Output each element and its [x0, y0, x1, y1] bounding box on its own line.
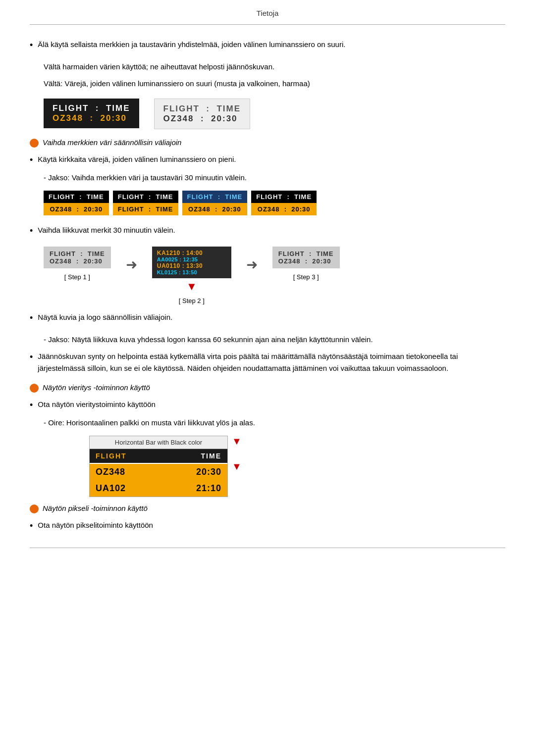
bullet-text-6: Ota näytön vieritystoiminto käyttöön [38, 399, 156, 410]
italic-line-2: Näytön vieritys -toiminnon käyttö [30, 383, 505, 393]
hbar-ua-col1: UA102 [90, 480, 159, 497]
bullet-dot-3: • [30, 224, 33, 238]
flight-box-light: FLIGHT : TIME OZ348 : 20:30 [154, 99, 251, 129]
hbar-ua-col2: 21:10 [159, 480, 227, 497]
mini-fbox-3-top: FLIGHT : TIME [182, 191, 248, 203]
steps-row: FLIGHT : TIME OZ348 : 20:30 [ Step 1 ] ➜… [44, 247, 505, 304]
bullet-item-3: • Vaihda liikkuvat merkit 30 minuutin vä… [30, 224, 505, 238]
hbar-col1-header: FLIGHT [90, 449, 159, 463]
bullet-dot-6: • [30, 399, 33, 412]
italic-line-3: Näytön pikseli -toiminnon käyttö [30, 504, 505, 513]
orange-icon-1 [30, 139, 39, 148]
mini-fbox-2-top: FLIGHT : TIME [113, 191, 178, 203]
italic-label-1: Vaihda merkkien väri säännöllisin väliaj… [43, 138, 181, 147]
italic-label-2: Näytön vieritys -toiminnon käyttö [43, 383, 150, 392]
bullet-dot-1: • [30, 39, 33, 52]
step2-row1: KA1210 : 14:00 [157, 250, 226, 256]
mini-fbox-3: FLIGHT : TIME OZ348 : 20:30 [182, 191, 248, 215]
bullet-text-7: Ota näytön pikselitoiminto käyttöön [38, 519, 153, 531]
mini-fbox-1: FLIGHT : TIME OZ348 : 20:30 [44, 191, 109, 215]
italic-line-1: Vaihda merkkien väri säännöllisin väliaj… [30, 138, 505, 148]
step-unit-1: FLIGHT : TIME OZ348 : 20:30 [ Step 1 ] [44, 247, 111, 281]
step3-row1: FLIGHT : TIME [278, 250, 334, 257]
mini-fbox-4-top: FLIGHT : TIME [251, 191, 317, 203]
indent-4a: - Jakso: Näytä liikkuva kuva yhdessä log… [44, 334, 505, 346]
hbar-header-row: FLIGHT TIME [90, 449, 227, 464]
scroll-arrow-up: ▼ [232, 436, 242, 447]
flight-box-light-row2: OZ348 : 20:30 [163, 114, 241, 124]
step-unit-2: KA1210 : 14:00 AA0025 : 12:35 UA0110 : 1… [152, 247, 231, 304]
bullet-item-6: • Ota näytön vieritystoiminto käyttöön [30, 399, 505, 412]
bullet-dot-7: • [30, 519, 33, 533]
page-header: Tietoja [30, 0, 505, 25]
flight-box-dark-row1: FLIGHT : TIME [53, 103, 130, 113]
step1-row2: OZ348 : 20:30 [50, 257, 105, 265]
indent-2a: - Jakso: Vaihda merkkien väri ja taustav… [44, 172, 505, 184]
step3-row2: OZ348 : 20:30 [278, 257, 334, 265]
step1-box: FLIGHT : TIME OZ348 : 20:30 [44, 247, 111, 268]
mini-fbox-4: FLIGHT : TIME OZ348 : 20:30 [251, 191, 317, 215]
flight-displays-row-1: FLIGHT : TIME OZ348 : 20:30 FLIGHT : TIM… [44, 99, 505, 129]
bullet-item-4: • Näytä kuvia ja logo säännöllisin välia… [30, 311, 505, 325]
indent-1b: Vältä: Värejä, joiden välinen luminanssi… [44, 78, 505, 90]
bullet-dot-4: • [30, 311, 33, 325]
mini-fbox-1-top: FLIGHT : TIME [44, 191, 109, 203]
bullet-text-2: Käytä kirkkaita värejä, joiden välinen l… [38, 153, 236, 165]
italic-label-3: Näytön pikseli -toiminnon käyttö [43, 504, 148, 512]
bullet-dot-5: • [30, 351, 33, 364]
hbar-title: Horizontal Bar with Black color [90, 436, 227, 449]
step1-label: [ Step 1 ] [64, 273, 90, 281]
bullet-dot-2: • [30, 153, 33, 167]
step-arrow-2: ➜ [246, 247, 258, 273]
step1-row1: FLIGHT : TIME [50, 250, 105, 257]
bullet-text-3: Vaihda liikkuvat merkit 30 minuutin väle… [38, 224, 175, 236]
footer-divider [30, 548, 505, 548]
step2-label: [ Step 2 ] [179, 297, 205, 304]
hbar-data-row-ua: UA102 21:10 [90, 480, 227, 497]
bullet-text-4: Näytä kuvia ja logo säännöllisin väliajo… [38, 311, 172, 323]
flight-box-dark: FLIGHT : TIME OZ348 : 20:30 [44, 99, 139, 128]
bullet-item-5: • Jäännöskuvan synty on helpointa estää … [30, 351, 505, 374]
step2-row3: UA0110 : 13:30 [157, 262, 226, 269]
step-arrow-1: ➜ [126, 247, 137, 273]
flight-box-dark-row2: OZ348 : 20:30 [53, 113, 130, 123]
indent-1a: Vältä harmaiden värien käyttöä; ne aiheu… [44, 61, 505, 73]
hbar-wrapper: Horizontal Bar with Black color FLIGHT T… [89, 436, 505, 497]
mini-fbox-3-bot: OZ348 : 20:30 [182, 203, 248, 215]
orange-icon-3 [30, 504, 39, 513]
scroll-arrows: ▼ ▼ [232, 436, 242, 472]
bullet-text-1: Älä käytä sellaista merkkien ja taustavä… [38, 39, 345, 50]
orange-icon-2 [30, 384, 39, 393]
scroll-arrow-down: ▼ [232, 461, 242, 472]
step2-box: KA1210 : 14:00 AA0025 : 12:35 UA0110 : 1… [152, 247, 231, 278]
mini-fbox-4-bot: OZ348 : 20:30 [251, 203, 317, 215]
bullet-item-1: • Älä käytä sellaista merkkien ja tausta… [30, 39, 505, 52]
header-title: Tietoja [257, 9, 278, 17]
step2-row2: AA0025 : 12:35 [157, 256, 226, 262]
bullet-item-2: • Käytä kirkkaita värejä, joiden välinen… [30, 153, 505, 167]
flight-box-light-row1: FLIGHT : TIME [163, 104, 241, 114]
step-unit-3: FLIGHT : TIME OZ348 : 20:30 [ Step 3 ] [272, 247, 340, 281]
step2-down-arrow: ▼ [186, 281, 197, 292]
hbar-box: Horizontal Bar with Black color FLIGHT T… [89, 436, 228, 497]
hbar-col2-header: TIME [159, 449, 227, 463]
mini-fbox-1-bot: OZ348 : 20:30 [44, 203, 109, 215]
bullet-item-7: • Ota näytön pikselitoiminto käyttöön [30, 519, 505, 533]
step2-row4: KL0125 : 13:50 [157, 269, 226, 275]
indent-6a: - Oire: Horisontaalinen palkki on musta … [44, 417, 505, 429]
bullet-text-5: Jäännöskuvan synty on helpointa estää ky… [38, 351, 505, 374]
four-flight-row: FLIGHT : TIME OZ348 : 20:30 FLIGHT : TIM… [44, 191, 505, 215]
hbar-oz-col1: OZ348 [90, 464, 159, 480]
hbar-data-row-oz: OZ348 20:30 [90, 464, 227, 480]
hbar-oz-col2: 20:30 [159, 464, 227, 480]
step3-box: FLIGHT : TIME OZ348 : 20:30 [272, 247, 340, 268]
mini-fbox-2-mid: FLIGHT : TIME [113, 203, 178, 215]
step3-label: [ Step 3 ] [293, 273, 319, 281]
mini-fbox-2: FLIGHT : TIME FLIGHT : TIME [113, 191, 178, 215]
